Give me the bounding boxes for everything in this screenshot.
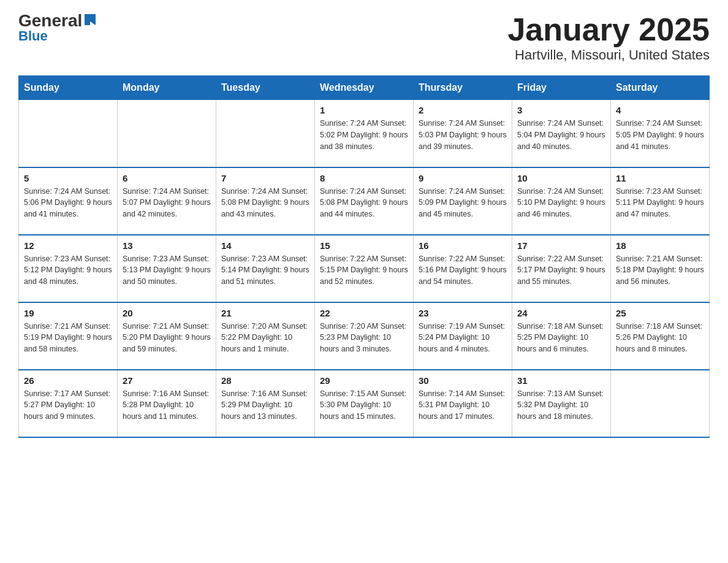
- day-info: Sunrise: 7:21 AM Sunset: 5:20 PM Dayligh…: [123, 321, 211, 355]
- table-row: 24Sunrise: 7:18 AM Sunset: 5:25 PM Dayli…: [512, 302, 611, 370]
- table-row: 4Sunrise: 7:24 AM Sunset: 5:05 PM Daylig…: [611, 100, 710, 167]
- table-row: 27Sunrise: 7:16 AM Sunset: 5:28 PM Dayli…: [118, 370, 216, 437]
- day-number: 17: [517, 240, 605, 251]
- table-row: 31Sunrise: 7:13 AM Sunset: 5:32 PM Dayli…: [512, 370, 611, 437]
- day-info: Sunrise: 7:24 AM Sunset: 5:09 PM Dayligh…: [419, 186, 507, 220]
- day-number: 22: [320, 308, 408, 318]
- day-info: Sunrise: 7:24 AM Sunset: 5:05 PM Dayligh…: [616, 118, 704, 152]
- logo: General Blue: [18, 12, 97, 44]
- day-info: Sunrise: 7:22 AM Sunset: 5:15 PM Dayligh…: [320, 253, 408, 288]
- day-info: Sunrise: 7:19 AM Sunset: 5:24 PM Dayligh…: [419, 321, 507, 355]
- day-info: Sunrise: 7:21 AM Sunset: 5:18 PM Dayligh…: [616, 253, 704, 288]
- day-info: Sunrise: 7:20 AM Sunset: 5:23 PM Dayligh…: [320, 321, 408, 355]
- day-number: 28: [221, 375, 309, 386]
- day-number: 14: [221, 240, 309, 251]
- day-info: Sunrise: 7:14 AM Sunset: 5:31 PM Dayligh…: [419, 388, 507, 423]
- day-number: 30: [419, 375, 507, 386]
- day-info: Sunrise: 7:16 AM Sunset: 5:29 PM Dayligh…: [221, 388, 309, 423]
- table-row: 3Sunrise: 7:24 AM Sunset: 5:04 PM Daylig…: [512, 100, 611, 167]
- table-row: 7Sunrise: 7:24 AM Sunset: 5:08 PM Daylig…: [216, 167, 315, 235]
- table-row: 14Sunrise: 7:23 AM Sunset: 5:14 PM Dayli…: [216, 235, 315, 302]
- day-info: Sunrise: 7:22 AM Sunset: 5:17 PM Dayligh…: [517, 253, 605, 288]
- day-info: Sunrise: 7:23 AM Sunset: 5:11 PM Dayligh…: [616, 186, 704, 220]
- table-row: 30Sunrise: 7:14 AM Sunset: 5:31 PM Dayli…: [414, 370, 512, 437]
- table-row: 26Sunrise: 7:17 AM Sunset: 5:27 PM Dayli…: [19, 370, 118, 437]
- day-number: 3: [517, 105, 605, 115]
- day-number: 7: [221, 173, 309, 183]
- day-info: Sunrise: 7:24 AM Sunset: 5:03 PM Dayligh…: [419, 118, 507, 152]
- day-info: Sunrise: 7:22 AM Sunset: 5:16 PM Dayligh…: [419, 253, 507, 288]
- table-row: 13Sunrise: 7:23 AM Sunset: 5:13 PM Dayli…: [118, 235, 216, 302]
- day-number: 11: [616, 173, 704, 183]
- day-number: 12: [24, 240, 112, 251]
- table-row: 12Sunrise: 7:23 AM Sunset: 5:12 PM Dayli…: [19, 235, 118, 302]
- table-row: 10Sunrise: 7:24 AM Sunset: 5:10 PM Dayli…: [512, 167, 611, 235]
- table-row: 29Sunrise: 7:15 AM Sunset: 5:30 PM Dayli…: [315, 370, 414, 437]
- day-info: Sunrise: 7:24 AM Sunset: 5:06 PM Dayligh…: [24, 186, 112, 220]
- table-row: 28Sunrise: 7:16 AM Sunset: 5:29 PM Dayli…: [216, 370, 315, 437]
- title-block: January 2025 Hartville, Missouri, United…: [507, 12, 710, 63]
- table-row: [19, 100, 118, 167]
- day-info: Sunrise: 7:24 AM Sunset: 5:08 PM Dayligh…: [320, 186, 408, 220]
- table-row: 1Sunrise: 7:24 AM Sunset: 5:02 PM Daylig…: [315, 100, 414, 167]
- day-info: Sunrise: 7:15 AM Sunset: 5:30 PM Dayligh…: [320, 388, 408, 423]
- calendar-header-row: Sunday Monday Tuesday Wednesday Thursday…: [19, 76, 710, 100]
- header-thursday: Thursday: [414, 76, 512, 100]
- day-number: 5: [24, 173, 112, 183]
- table-row: [611, 370, 710, 437]
- day-number: 1: [320, 105, 408, 115]
- day-number: 13: [123, 240, 211, 251]
- day-number: 6: [123, 173, 211, 183]
- day-number: 8: [320, 173, 408, 183]
- table-row: 20Sunrise: 7:21 AM Sunset: 5:20 PM Dayli…: [118, 302, 216, 370]
- day-info: Sunrise: 7:18 AM Sunset: 5:26 PM Dayligh…: [616, 321, 704, 355]
- table-row: 17Sunrise: 7:22 AM Sunset: 5:17 PM Dayli…: [512, 235, 611, 302]
- calendar-week-row: 5Sunrise: 7:24 AM Sunset: 5:06 PM Daylig…: [19, 167, 710, 235]
- day-info: Sunrise: 7:24 AM Sunset: 5:10 PM Dayligh…: [517, 186, 605, 220]
- day-info: Sunrise: 7:23 AM Sunset: 5:12 PM Dayligh…: [24, 253, 112, 288]
- day-number: 29: [320, 375, 408, 386]
- day-number: 21: [221, 308, 309, 318]
- table-row: [216, 100, 315, 167]
- table-row: 11Sunrise: 7:23 AM Sunset: 5:11 PM Dayli…: [611, 167, 710, 235]
- header-saturday: Saturday: [611, 76, 710, 100]
- day-info: Sunrise: 7:24 AM Sunset: 5:02 PM Dayligh…: [320, 118, 408, 152]
- day-number: 2: [419, 105, 507, 115]
- table-row: 23Sunrise: 7:19 AM Sunset: 5:24 PM Dayli…: [414, 302, 512, 370]
- table-row: 22Sunrise: 7:20 AM Sunset: 5:23 PM Dayli…: [315, 302, 414, 370]
- day-number: 23: [419, 308, 507, 318]
- header-monday: Monday: [118, 76, 216, 100]
- svg-marker-1: [90, 21, 96, 25]
- day-number: 16: [419, 240, 507, 251]
- page-title: January 2025: [507, 12, 710, 47]
- day-number: 20: [123, 308, 211, 318]
- day-number: 19: [24, 308, 112, 318]
- table-row: 18Sunrise: 7:21 AM Sunset: 5:18 PM Dayli…: [611, 235, 710, 302]
- header-tuesday: Tuesday: [216, 76, 315, 100]
- day-info: Sunrise: 7:21 AM Sunset: 5:19 PM Dayligh…: [24, 321, 112, 355]
- calendar-week-row: 1Sunrise: 7:24 AM Sunset: 5:02 PM Daylig…: [19, 100, 710, 167]
- day-info: Sunrise: 7:13 AM Sunset: 5:32 PM Dayligh…: [517, 388, 605, 423]
- day-info: Sunrise: 7:20 AM Sunset: 5:22 PM Dayligh…: [221, 321, 309, 355]
- day-number: 26: [24, 375, 112, 386]
- day-info: Sunrise: 7:18 AM Sunset: 5:25 PM Dayligh…: [517, 321, 605, 355]
- table-row: 2Sunrise: 7:24 AM Sunset: 5:03 PM Daylig…: [414, 100, 512, 167]
- day-number: 27: [123, 375, 211, 386]
- table-row: 25Sunrise: 7:18 AM Sunset: 5:26 PM Dayli…: [611, 302, 710, 370]
- day-number: 18: [616, 240, 704, 251]
- day-info: Sunrise: 7:16 AM Sunset: 5:28 PM Dayligh…: [123, 388, 211, 423]
- day-info: Sunrise: 7:17 AM Sunset: 5:27 PM Dayligh…: [24, 388, 112, 423]
- header-wednesday: Wednesday: [315, 76, 414, 100]
- calendar-week-row: 26Sunrise: 7:17 AM Sunset: 5:27 PM Dayli…: [19, 370, 710, 437]
- table-row: 21Sunrise: 7:20 AM Sunset: 5:22 PM Dayli…: [216, 302, 315, 370]
- day-number: 25: [616, 308, 704, 318]
- calendar-week-row: 12Sunrise: 7:23 AM Sunset: 5:12 PM Dayli…: [19, 235, 710, 302]
- logo-blue: Blue: [18, 28, 48, 44]
- day-number: 9: [419, 173, 507, 183]
- calendar-table: Sunday Monday Tuesday Wednesday Thursday…: [18, 75, 710, 438]
- calendar-week-row: 19Sunrise: 7:21 AM Sunset: 5:19 PM Dayli…: [19, 302, 710, 370]
- table-row: 5Sunrise: 7:24 AM Sunset: 5:06 PM Daylig…: [19, 167, 118, 235]
- header-sunday: Sunday: [19, 76, 118, 100]
- header: General Blue January 2025 Hartville, Mis…: [18, 12, 710, 63]
- day-info: Sunrise: 7:24 AM Sunset: 5:04 PM Dayligh…: [517, 118, 605, 152]
